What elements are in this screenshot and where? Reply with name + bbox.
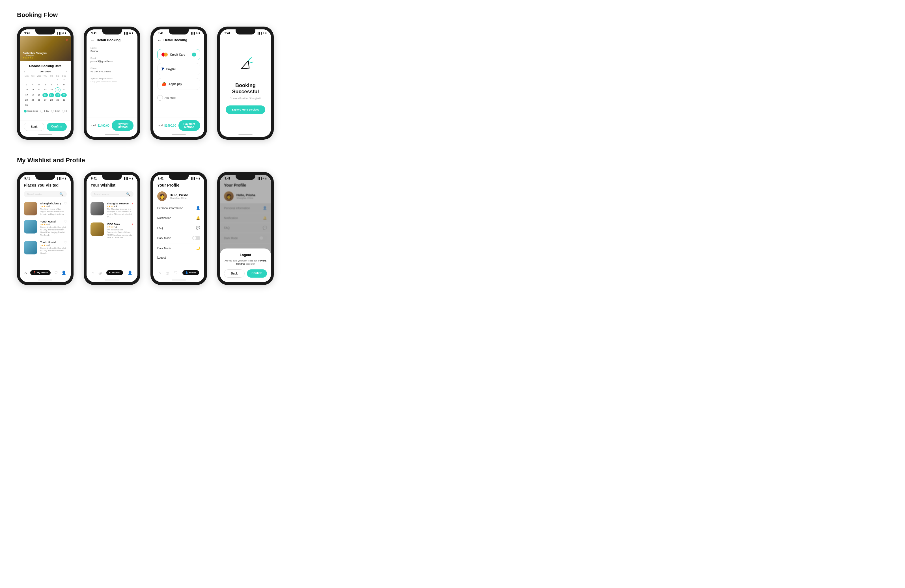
hostel2-heart[interactable]: ♡ [64, 241, 67, 244]
cal-day-11[interactable]: 11 [30, 87, 36, 92]
cal-day-25[interactable]: 25 [30, 98, 36, 102]
email-group: Email prisha3@gmail.com [90, 57, 133, 64]
cal-day-13[interactable]: 13 [43, 87, 48, 92]
wishlist-search-bar[interactable]: Search service 🔍 [90, 191, 133, 197]
library-heart[interactable]: ♡ [64, 202, 67, 205]
home-indicator [105, 134, 119, 135]
menu-dark-mode-toggle[interactable]: Dark Mode [153, 233, 204, 243]
toggle-switch[interactable] [192, 236, 200, 240]
nav-home[interactable]: ⌂ [24, 271, 27, 275]
bank-heart[interactable]: ♥ [132, 222, 133, 226]
logout-confirm-button[interactable]: Confirm [247, 269, 267, 277]
cal-day-2[interactable]: 2 [61, 78, 67, 82]
email-input[interactable]: prisha3@gmail.com [90, 60, 133, 64]
places-search-bar[interactable]: Search service 🔍 [24, 191, 67, 197]
cal-day-4[interactable]: 4 [30, 82, 36, 87]
cursor-shape [241, 61, 249, 69]
payment-method-button[interactable]: Payment Method [178, 120, 200, 131]
back-button[interactable]: Back [24, 123, 44, 131]
cal-day-1[interactable]: 1 [55, 78, 60, 82]
nav-home[interactable]: ⌂ [92, 271, 94, 275]
nav-home[interactable]: ⌂ [158, 271, 160, 275]
cal-day-19[interactable]: 19 [36, 93, 42, 98]
nav-profile[interactable]: 👤 [127, 271, 132, 275]
phone-success: 9:41 ▐▐▐ ⊜ ▮ [217, 27, 274, 139]
cal-day-12[interactable]: 12 [36, 87, 42, 92]
heart-icon[interactable]: ♥ [66, 38, 68, 42]
back-arrow[interactable]: ← [157, 38, 162, 43]
place-item-bank[interactable]: ICBC Bank ♥ ★★★★ 4.1 The Industrial and … [87, 220, 137, 241]
cal-day-30[interactable]: 30 [61, 98, 67, 102]
back-arrow[interactable]: ← [90, 38, 95, 43]
hostel1-heart[interactable]: ♡ [64, 220, 67, 223]
wishlist-list: Shanghai Museum ♥ ★★★★ 4.4 The Shanghai … [87, 200, 137, 268]
threeday-dot [62, 110, 65, 113]
cal-day-21[interactable]: 21 [49, 93, 54, 98]
confirm-button[interactable]: Confirm [47, 123, 67, 131]
nav-compass[interactable]: ◎ [98, 271, 102, 275]
cal-day-17[interactable]: 17 [24, 93, 29, 98]
cal-day-18[interactable]: 18 [30, 93, 36, 98]
cal-day-15[interactable]: 15 [55, 87, 60, 92]
special-input[interactable]: Drop your comments here... [90, 80, 133, 84]
day-wed: Wed [36, 75, 42, 77]
compass-icon: ◎ [166, 271, 169, 275]
status-icons: ▐▐▐ ⊜ ▮ [257, 32, 267, 35]
nav-wishlist-active[interactable]: ♥ Wishlist [106, 270, 123, 275]
cal-day-29[interactable]: 29 [55, 98, 60, 102]
cal-day-16[interactable]: 16 [61, 87, 67, 92]
logout-back-button[interactable]: Back [224, 269, 245, 277]
menu-faq[interactable]: FAQ 💬 [153, 223, 204, 233]
cal-day-20[interactable]: 20 [43, 93, 48, 98]
prev-month-button[interactable]: ‹ [24, 70, 25, 73]
cal-day-3[interactable]: 3 [24, 82, 29, 87]
payment-method-button[interactable]: Payment Method [112, 120, 133, 131]
menu-dark-mode-icon[interactable]: Dark Mode 🌙 [153, 243, 204, 253]
credit-card-option[interactable]: Credit Card ✓ [157, 49, 200, 60]
cal-day-27[interactable]: 27 [43, 98, 48, 102]
cal-day-6[interactable]: 6 [43, 82, 48, 87]
place-item-hostel1[interactable]: Youth Hostel ♡ ★★★★ 4.1 Conveniently set… [20, 218, 71, 238]
logout-modal-title: Logout [224, 253, 267, 257]
nav-wishlist[interactable]: ♡ [174, 271, 178, 275]
cal-day-8[interactable]: 8 [55, 82, 60, 87]
cal-day-7[interactable]: 7 [49, 82, 54, 87]
personal-info-label: Personal information [157, 207, 183, 210]
menu-personal-info[interactable]: Personal information 👤 [153, 203, 204, 213]
cal-day-22[interactable]: 22 [55, 93, 60, 98]
cal-day-26[interactable]: 26 [36, 98, 42, 102]
cal-day-24[interactable]: 24 [24, 98, 29, 102]
nav-profile-active[interactable]: 👤 Profile [183, 270, 199, 275]
phone-input[interactable]: +1 294 5762 4389 [90, 70, 133, 74]
place-item-hostel2[interactable]: Youth Hostel ♡ ★★★★ 4.1 Conveniently set… [20, 239, 71, 257]
cal-day-28[interactable]: 28 [49, 98, 54, 102]
nav-wishlist[interactable]: ♡ [54, 271, 58, 275]
notch [35, 175, 55, 180]
explore-button[interactable]: Explore More Services [226, 105, 265, 114]
nav-compass[interactable]: ◎ [166, 271, 169, 275]
menu-notification[interactable]: Notification 🔔 [153, 213, 204, 223]
logout-message2: account? [246, 263, 255, 265]
place-item-library[interactable]: Shanghai Library ♡ ★★★★ 4.8 The library … [20, 200, 71, 218]
add-more-button[interactable]: + Add More [153, 93, 204, 103]
twoday-option[interactable]: 2 day [51, 110, 60, 113]
nav-profile[interactable]: 👤 [61, 271, 66, 275]
nav-myplaces[interactable]: 📍 My Places [30, 270, 51, 275]
day-thu: Thu [43, 75, 48, 77]
next-month-button[interactable]: › [66, 70, 67, 73]
cal-day-9[interactable]: 9 [61, 82, 67, 87]
name-input[interactable]: Prisha [90, 50, 133, 54]
cal-day-23[interactable]: 23 [61, 93, 67, 98]
menu-logout[interactable]: Logout [153, 253, 204, 262]
exact-dates-option[interactable]: Exact Dates [24, 110, 38, 113]
cal-day-5[interactable]: 5 [36, 82, 42, 87]
apple-pay-option[interactable]: 🍎 Apple pay [157, 78, 200, 90]
museum-heart[interactable]: ♥ [132, 202, 133, 205]
cal-day-10[interactable]: 10 [24, 87, 29, 92]
place-item-museum[interactable]: Shanghai Museum ♥ ★★★★ 4.4 The Shanghai … [87, 200, 137, 220]
cal-day-14[interactable]: 14 [49, 87, 54, 92]
threeday-option[interactable]: 3 [62, 110, 67, 113]
oneday-option[interactable]: 1 day [40, 110, 49, 113]
cal-day-31[interactable]: 31 [24, 103, 29, 108]
paypal-option[interactable]: 𝐏 Paypall [157, 63, 200, 75]
